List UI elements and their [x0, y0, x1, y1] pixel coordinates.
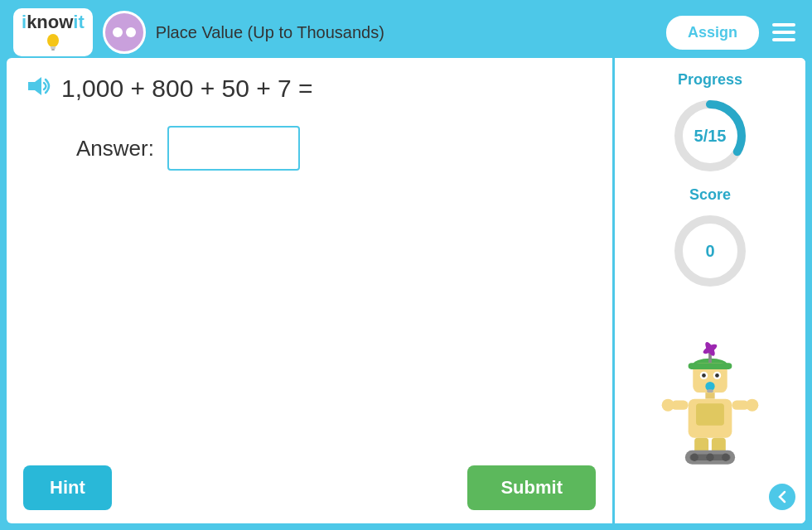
bottom-bar: Hint Submit: [23, 465, 596, 510]
svg-point-33: [722, 454, 729, 461]
score-circle: 0: [673, 214, 747, 288]
hamburger-menu-button[interactable]: [769, 20, 799, 45]
hamburger-line-2: [772, 31, 795, 34]
mascot-area: [652, 301, 768, 477]
svg-rect-1: [51, 46, 56, 49]
main-content: 1,000 + 800 + 50 + 7 = Answer: Hint Subm…: [7, 58, 805, 523]
logo: iknowit: [13, 8, 93, 56]
svg-rect-2: [51, 49, 55, 51]
svg-rect-19: [707, 389, 713, 393]
header: iknowit Place Value (Up to Thousands) As…: [7, 7, 805, 58]
submit-button[interactable]: Submit: [467, 465, 596, 510]
score-value: 0: [705, 242, 714, 261]
progress-value: 5/15: [694, 127, 727, 146]
svg-marker-3: [28, 77, 41, 95]
svg-point-32: [706, 454, 713, 461]
speaker-icon[interactable]: [27, 75, 51, 102]
hamburger-line-1: [772, 23, 795, 26]
progress-label: Progress: [678, 71, 742, 89]
svg-point-17: [715, 373, 719, 378]
back-arrow-button[interactable]: [769, 484, 795, 510]
svg-rect-20: [705, 393, 714, 399]
hamburger-line-3: [772, 38, 795, 41]
svg-rect-22: [696, 403, 724, 425]
svg-point-0: [47, 34, 59, 47]
answer-input[interactable]: [167, 126, 300, 171]
hint-button[interactable]: Hint: [23, 465, 112, 510]
question-text: 1,000 + 800 + 50 + 7 =: [61, 75, 313, 103]
svg-point-15: [702, 373, 706, 378]
header-right: Assign: [666, 16, 799, 50]
answer-row: Answer:: [76, 126, 592, 171]
progress-circle: 5/15: [673, 99, 747, 173]
right-panel: Progress 5/15 Score 0: [615, 58, 805, 523]
svg-rect-13: [689, 363, 732, 369]
svg-point-26: [746, 399, 758, 412]
assign-button[interactable]: Assign: [666, 16, 759, 50]
lesson-title: Place Value (Up to Thousands): [156, 23, 656, 42]
svg-point-25: [662, 399, 674, 412]
bulb-icon: [45, 33, 61, 51]
left-panel: 1,000 + 800 + 50 + 7 = Answer: Hint Subm…: [7, 58, 615, 523]
robot-mascot: [652, 341, 768, 474]
score-label: Score: [689, 186, 731, 204]
answer-label: Answer:: [76, 136, 154, 161]
app-frame: iknowit Place Value (Up to Thousands) As…: [0, 0, 812, 530]
avatar: [103, 11, 146, 54]
svg-point-31: [690, 454, 698, 461]
question-row: 1,000 + 800 + 50 + 7 =: [27, 75, 592, 103]
